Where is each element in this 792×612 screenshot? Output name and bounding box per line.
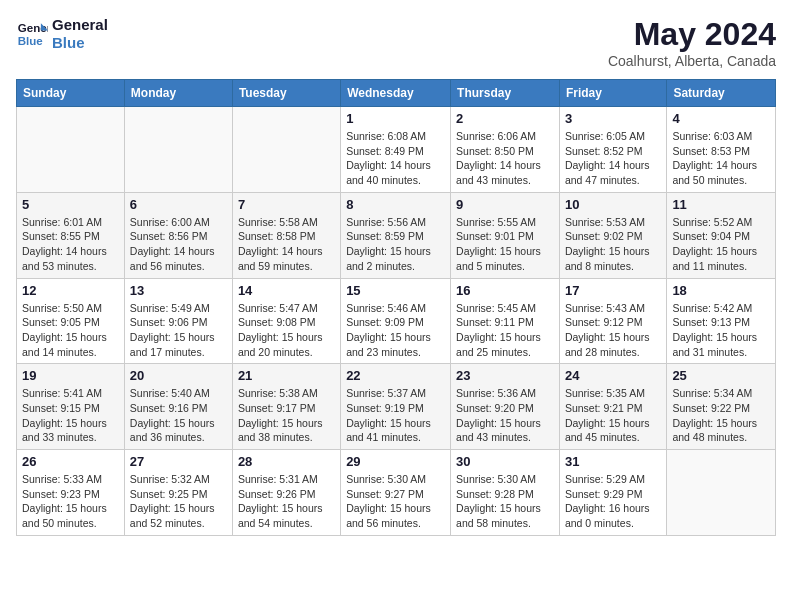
day-info: Sunrise: 5:50 AMSunset: 9:05 PMDaylight:… bbox=[22, 301, 119, 360]
calendar-cell: 22Sunrise: 5:37 AMSunset: 9:19 PMDayligh… bbox=[341, 364, 451, 450]
day-number: 25 bbox=[672, 368, 770, 383]
day-number: 12 bbox=[22, 283, 119, 298]
day-number: 23 bbox=[456, 368, 554, 383]
calendar-cell: 28Sunrise: 5:31 AMSunset: 9:26 PMDayligh… bbox=[232, 450, 340, 536]
day-info: Sunrise: 5:45 AMSunset: 9:11 PMDaylight:… bbox=[456, 301, 554, 360]
calendar-cell: 16Sunrise: 5:45 AMSunset: 9:11 PMDayligh… bbox=[451, 278, 560, 364]
calendar-cell: 8Sunrise: 5:56 AMSunset: 8:59 PMDaylight… bbox=[341, 192, 451, 278]
logo-blue: Blue bbox=[52, 34, 108, 52]
day-number: 19 bbox=[22, 368, 119, 383]
day-number: 18 bbox=[672, 283, 770, 298]
day-info: Sunrise: 5:33 AMSunset: 9:23 PMDaylight:… bbox=[22, 472, 119, 531]
day-info: Sunrise: 5:35 AMSunset: 9:21 PMDaylight:… bbox=[565, 386, 661, 445]
day-number: 20 bbox=[130, 368, 227, 383]
day-number: 24 bbox=[565, 368, 661, 383]
day-info: Sunrise: 5:56 AMSunset: 8:59 PMDaylight:… bbox=[346, 215, 445, 274]
location: Coalhurst, Alberta, Canada bbox=[608, 53, 776, 69]
day-info: Sunrise: 5:30 AMSunset: 9:27 PMDaylight:… bbox=[346, 472, 445, 531]
day-info: Sunrise: 6:01 AMSunset: 8:55 PMDaylight:… bbox=[22, 215, 119, 274]
calendar-cell: 24Sunrise: 5:35 AMSunset: 9:21 PMDayligh… bbox=[559, 364, 666, 450]
col-header-saturday: Saturday bbox=[667, 80, 776, 107]
day-number: 6 bbox=[130, 197, 227, 212]
calendar-cell: 25Sunrise: 5:34 AMSunset: 9:22 PMDayligh… bbox=[667, 364, 776, 450]
calendar-cell: 2Sunrise: 6:06 AMSunset: 8:50 PMDaylight… bbox=[451, 107, 560, 193]
calendar-cell: 9Sunrise: 5:55 AMSunset: 9:01 PMDaylight… bbox=[451, 192, 560, 278]
calendar-cell bbox=[667, 450, 776, 536]
col-header-tuesday: Tuesday bbox=[232, 80, 340, 107]
calendar-cell: 7Sunrise: 5:58 AMSunset: 8:58 PMDaylight… bbox=[232, 192, 340, 278]
calendar-cell: 4Sunrise: 6:03 AMSunset: 8:53 PMDaylight… bbox=[667, 107, 776, 193]
day-info: Sunrise: 6:08 AMSunset: 8:49 PMDaylight:… bbox=[346, 129, 445, 188]
col-header-thursday: Thursday bbox=[451, 80, 560, 107]
calendar-cell: 10Sunrise: 5:53 AMSunset: 9:02 PMDayligh… bbox=[559, 192, 666, 278]
day-number: 4 bbox=[672, 111, 770, 126]
col-header-monday: Monday bbox=[124, 80, 232, 107]
day-number: 8 bbox=[346, 197, 445, 212]
day-info: Sunrise: 6:03 AMSunset: 8:53 PMDaylight:… bbox=[672, 129, 770, 188]
calendar-week-3: 12Sunrise: 5:50 AMSunset: 9:05 PMDayligh… bbox=[17, 278, 776, 364]
calendar-cell: 6Sunrise: 6:00 AMSunset: 8:56 PMDaylight… bbox=[124, 192, 232, 278]
day-info: Sunrise: 5:31 AMSunset: 9:26 PMDaylight:… bbox=[238, 472, 335, 531]
day-number: 22 bbox=[346, 368, 445, 383]
day-info: Sunrise: 5:32 AMSunset: 9:25 PMDaylight:… bbox=[130, 472, 227, 531]
calendar-cell bbox=[232, 107, 340, 193]
calendar-cell: 26Sunrise: 5:33 AMSunset: 9:23 PMDayligh… bbox=[17, 450, 125, 536]
calendar-cell: 5Sunrise: 6:01 AMSunset: 8:55 PMDaylight… bbox=[17, 192, 125, 278]
day-number: 9 bbox=[456, 197, 554, 212]
day-number: 26 bbox=[22, 454, 119, 469]
page-header: General Blue General Blue May 2024 Coalh… bbox=[16, 16, 776, 69]
calendar-table: SundayMondayTuesdayWednesdayThursdayFrid… bbox=[16, 79, 776, 536]
col-header-sunday: Sunday bbox=[17, 80, 125, 107]
calendar-cell: 30Sunrise: 5:30 AMSunset: 9:28 PMDayligh… bbox=[451, 450, 560, 536]
day-number: 31 bbox=[565, 454, 661, 469]
calendar-cell: 18Sunrise: 5:42 AMSunset: 9:13 PMDayligh… bbox=[667, 278, 776, 364]
day-info: Sunrise: 5:29 AMSunset: 9:29 PMDaylight:… bbox=[565, 472, 661, 531]
day-number: 10 bbox=[565, 197, 661, 212]
logo: General Blue General Blue bbox=[16, 16, 108, 52]
day-number: 11 bbox=[672, 197, 770, 212]
day-info: Sunrise: 5:37 AMSunset: 9:19 PMDaylight:… bbox=[346, 386, 445, 445]
calendar-cell: 14Sunrise: 5:47 AMSunset: 9:08 PMDayligh… bbox=[232, 278, 340, 364]
day-number: 3 bbox=[565, 111, 661, 126]
calendar-cell: 15Sunrise: 5:46 AMSunset: 9:09 PMDayligh… bbox=[341, 278, 451, 364]
calendar-week-1: 1Sunrise: 6:08 AMSunset: 8:49 PMDaylight… bbox=[17, 107, 776, 193]
day-number: 2 bbox=[456, 111, 554, 126]
title-block: May 2024 Coalhurst, Alberta, Canada bbox=[608, 16, 776, 69]
calendar-cell: 29Sunrise: 5:30 AMSunset: 9:27 PMDayligh… bbox=[341, 450, 451, 536]
col-header-wednesday: Wednesday bbox=[341, 80, 451, 107]
calendar-cell bbox=[17, 107, 125, 193]
day-number: 7 bbox=[238, 197, 335, 212]
day-number: 28 bbox=[238, 454, 335, 469]
day-number: 5 bbox=[22, 197, 119, 212]
calendar-cell: 21Sunrise: 5:38 AMSunset: 9:17 PMDayligh… bbox=[232, 364, 340, 450]
day-info: Sunrise: 5:55 AMSunset: 9:01 PMDaylight:… bbox=[456, 215, 554, 274]
day-info: Sunrise: 6:06 AMSunset: 8:50 PMDaylight:… bbox=[456, 129, 554, 188]
logo-general: General bbox=[52, 16, 108, 34]
day-number: 15 bbox=[346, 283, 445, 298]
col-header-friday: Friday bbox=[559, 80, 666, 107]
day-number: 29 bbox=[346, 454, 445, 469]
logo-icon: General Blue bbox=[16, 18, 48, 50]
calendar-cell: 11Sunrise: 5:52 AMSunset: 9:04 PMDayligh… bbox=[667, 192, 776, 278]
calendar-header-row: SundayMondayTuesdayWednesdayThursdayFrid… bbox=[17, 80, 776, 107]
day-number: 27 bbox=[130, 454, 227, 469]
day-number: 13 bbox=[130, 283, 227, 298]
day-info: Sunrise: 5:41 AMSunset: 9:15 PMDaylight:… bbox=[22, 386, 119, 445]
day-info: Sunrise: 5:52 AMSunset: 9:04 PMDaylight:… bbox=[672, 215, 770, 274]
day-info: Sunrise: 5:58 AMSunset: 8:58 PMDaylight:… bbox=[238, 215, 335, 274]
day-info: Sunrise: 5:40 AMSunset: 9:16 PMDaylight:… bbox=[130, 386, 227, 445]
calendar-week-5: 26Sunrise: 5:33 AMSunset: 9:23 PMDayligh… bbox=[17, 450, 776, 536]
calendar-cell: 3Sunrise: 6:05 AMSunset: 8:52 PMDaylight… bbox=[559, 107, 666, 193]
calendar-week-4: 19Sunrise: 5:41 AMSunset: 9:15 PMDayligh… bbox=[17, 364, 776, 450]
calendar-cell: 23Sunrise: 5:36 AMSunset: 9:20 PMDayligh… bbox=[451, 364, 560, 450]
day-number: 1 bbox=[346, 111, 445, 126]
calendar-cell: 1Sunrise: 6:08 AMSunset: 8:49 PMDaylight… bbox=[341, 107, 451, 193]
calendar-week-2: 5Sunrise: 6:01 AMSunset: 8:55 PMDaylight… bbox=[17, 192, 776, 278]
day-info: Sunrise: 6:05 AMSunset: 8:52 PMDaylight:… bbox=[565, 129, 661, 188]
calendar-cell: 12Sunrise: 5:50 AMSunset: 9:05 PMDayligh… bbox=[17, 278, 125, 364]
day-number: 16 bbox=[456, 283, 554, 298]
month-title: May 2024 bbox=[608, 16, 776, 53]
day-number: 14 bbox=[238, 283, 335, 298]
day-number: 30 bbox=[456, 454, 554, 469]
day-info: Sunrise: 5:38 AMSunset: 9:17 PMDaylight:… bbox=[238, 386, 335, 445]
